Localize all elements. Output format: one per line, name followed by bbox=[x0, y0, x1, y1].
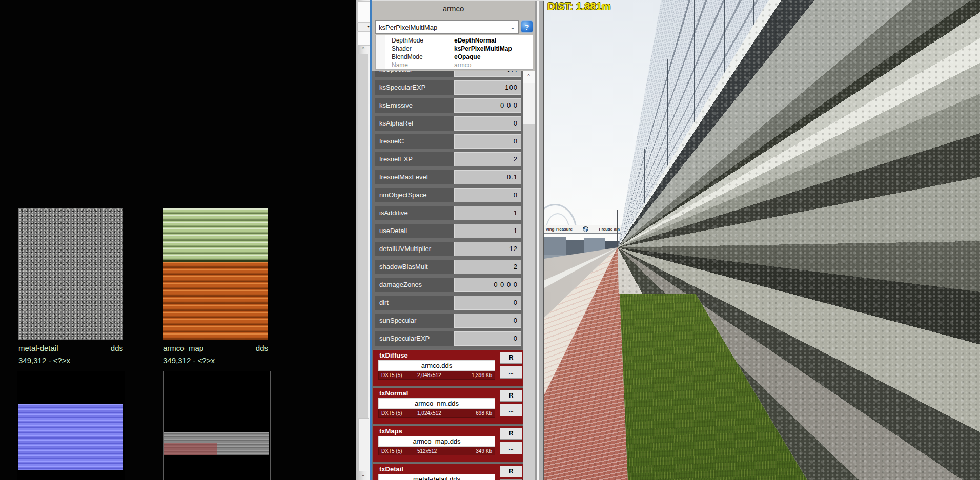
param-row: ksAlphaRef 0 bbox=[375, 116, 521, 131]
scroll-down-icon[interactable]: ⌄ bbox=[356, 470, 370, 478]
info-label: Shader bbox=[385, 45, 454, 53]
texture-name-label: metal-detail bbox=[18, 343, 58, 353]
info-value: ksPerPixelMultiMap bbox=[454, 45, 533, 53]
texture-ext-label: dds bbox=[111, 343, 123, 353]
param-value-field[interactable]: 0 0 0 0 bbox=[454, 278, 521, 292]
texture-file-field[interactable]: armco_nm.dds bbox=[378, 398, 495, 409]
reload-texture-button[interactable]: R bbox=[500, 428, 522, 440]
fence-post bbox=[644, 149, 645, 205]
param-row: useDetail 1 bbox=[375, 224, 521, 238]
texture-browser-panel: metal-detail dds 349,312 - <?>x armco_ma… bbox=[0, 0, 356, 480]
browse-texture-button[interactable]: ... bbox=[500, 442, 522, 454]
param-name: ksEmissive bbox=[375, 98, 454, 113]
texture-file-field[interactable]: armco.dds bbox=[378, 360, 495, 371]
param-value-field[interactable]: 12 bbox=[454, 242, 521, 256]
param-value-field[interactable]: 0 bbox=[454, 296, 521, 310]
scroll-up-icon[interactable]: ⌃ bbox=[356, 45, 370, 53]
param-value-field[interactable]: 0 bbox=[454, 331, 521, 346]
param-row: ksSpecularEXP 100 bbox=[375, 80, 521, 95]
info-value: eDepthNormal bbox=[454, 37, 533, 45]
texture-format: DXT5 (5) bbox=[381, 372, 417, 378]
browser-scrollbar-thumb[interactable] bbox=[358, 418, 369, 471]
texture-size: 1,024x512 bbox=[417, 410, 476, 416]
param-value-field[interactable]: 2 bbox=[454, 260, 521, 274]
texture-size: 512x512 bbox=[417, 448, 476, 454]
texture-ext-label: dds bbox=[256, 343, 268, 353]
info-label: Name bbox=[385, 61, 454, 70]
texture-info-label: 349,312 - <?>x bbox=[18, 356, 70, 366]
param-row: fresnelC 0 bbox=[375, 134, 521, 149]
viewport-3d[interactable]: ving Pleasure Freude am DIST: 1.881m bbox=[544, 0, 980, 480]
param-row: ksEmissive 0 0 0 bbox=[375, 98, 521, 113]
texture-preview-normal-map[interactable] bbox=[17, 371, 125, 480]
param-value-field[interactable]: 0 bbox=[454, 188, 521, 202]
texture-slot-txDiffuse: txDiffuse armco.dds DXT5 (5) 2,048x512 1… bbox=[373, 349, 523, 386]
texture-preview-metal-detail[interactable] bbox=[18, 208, 123, 340]
texture-preview-armco-map[interactable] bbox=[163, 208, 268, 340]
texture-slot-txMaps: txMaps armco_map.dds DXT5 (5) 512x512 34… bbox=[373, 425, 523, 462]
info-label: DepthMode bbox=[385, 37, 454, 45]
param-value-field[interactable]: 2 bbox=[454, 152, 521, 166]
param-row: sunSpecular 0 bbox=[375, 314, 521, 328]
texture-file-field[interactable]: metal-detail.dds bbox=[378, 474, 495, 480]
browser-mini-box[interactable] bbox=[357, 1, 370, 23]
param-value-field[interactable]: 0.1 bbox=[454, 170, 521, 184]
param-name: ksAlphaRef bbox=[375, 116, 454, 131]
material-scrollbar-thumb[interactable] bbox=[523, 124, 535, 480]
param-row: fresnelMaxLevel 0.1 bbox=[375, 170, 521, 184]
browse-texture-button[interactable]: ... bbox=[500, 366, 522, 379]
param-name: fresnelC bbox=[375, 134, 454, 149]
map-red-overlay bbox=[164, 443, 217, 455]
param-name: shadowBiasMult bbox=[375, 260, 454, 274]
browser-mini-box[interactable] bbox=[357, 31, 370, 46]
param-value-field[interactable]: 0.4 bbox=[454, 71, 521, 77]
param-row: shadowBiasMult 2 bbox=[375, 260, 521, 274]
help-icon[interactable]: ? bbox=[521, 20, 533, 33]
param-name: ksSpecular bbox=[375, 71, 454, 77]
browser-mini-dropdown[interactable]: ▾ bbox=[357, 23, 371, 31]
material-scrollbar[interactable]: ⌃ bbox=[523, 71, 535, 480]
param-value-field[interactable]: 0 bbox=[454, 116, 521, 131]
texture-size: 2,048x512 bbox=[417, 372, 472, 378]
fence-post bbox=[694, 0, 695, 124]
scroll-up-icon[interactable]: ⌃ bbox=[523, 71, 535, 83]
browser-scrollbar-track[interactable] bbox=[358, 54, 368, 418]
armco-map-green-stripes bbox=[163, 208, 268, 262]
bmw-banner: ving Pleasure Freude am bbox=[544, 225, 621, 234]
info-label: BlendMode bbox=[385, 53, 454, 61]
param-row: ksSpecular 0.4 bbox=[375, 71, 521, 77]
bmw-logo-icon bbox=[583, 226, 588, 232]
param-name: damageZones bbox=[375, 278, 454, 292]
texture-preview-map-small[interactable] bbox=[163, 371, 271, 480]
material-info-box: DepthMode eDepthNormal Shader ksPerPixel… bbox=[375, 35, 533, 70]
param-value-field[interactable]: 1 bbox=[454, 224, 521, 238]
texture-format: DXT5 (5) bbox=[381, 410, 417, 416]
texture-info-label: 349,312 - <?>x bbox=[163, 356, 215, 366]
param-name: sunSpecular bbox=[375, 314, 454, 328]
texture-format: DXT5 (5) bbox=[381, 448, 417, 454]
reload-texture-button[interactable]: R bbox=[500, 466, 522, 477]
texture-file-field[interactable]: armco_map.dds bbox=[378, 436, 495, 447]
texture-info-bar: DXT5 (5) 512x512 349 Kb bbox=[378, 447, 495, 455]
texture-slot-txNormal: txNormal armco_nm.dds DXT5 (5) 1,024x512… bbox=[373, 387, 523, 424]
reload-texture-button[interactable]: R bbox=[500, 352, 522, 364]
chevron-down-icon: ⌄ bbox=[507, 24, 518, 31]
material-scroll-area: ksSpecular 0.4 ksSpecularEXP 100 ksEmiss… bbox=[372, 71, 523, 480]
param-value-field[interactable]: 1 bbox=[454, 206, 521, 220]
param-value-field[interactable]: 0 bbox=[454, 314, 521, 328]
texture-info-bar: DXT5 (5) 2,048x512 1,396 Kb bbox=[378, 371, 495, 380]
texture-name-label: armco_map bbox=[163, 343, 203, 353]
reload-texture-button[interactable]: R bbox=[500, 390, 522, 402]
param-name: detailUVMultiplier bbox=[375, 242, 454, 256]
param-value-field[interactable]: 0 bbox=[454, 134, 521, 149]
shader-dropdown[interactable]: ksPerPixelMultiMap ⌄ bbox=[375, 20, 519, 34]
fence-post bbox=[667, 59, 668, 168]
browse-texture-button[interactable]: ... bbox=[500, 404, 522, 416]
param-value-field[interactable]: 100 bbox=[454, 80, 521, 95]
param-name: fresnelEXP bbox=[375, 152, 454, 166]
param-value-field[interactable]: 0 0 0 bbox=[454, 98, 521, 113]
distance-pole bbox=[617, 210, 618, 247]
shader-dropdown-value: ksPerPixelMultiMap bbox=[376, 24, 507, 31]
param-row: fresnelEXP 2 bbox=[375, 152, 521, 166]
texture-slot-txDetail: txDetail metal-detail.dds R ... bbox=[373, 463, 523, 480]
